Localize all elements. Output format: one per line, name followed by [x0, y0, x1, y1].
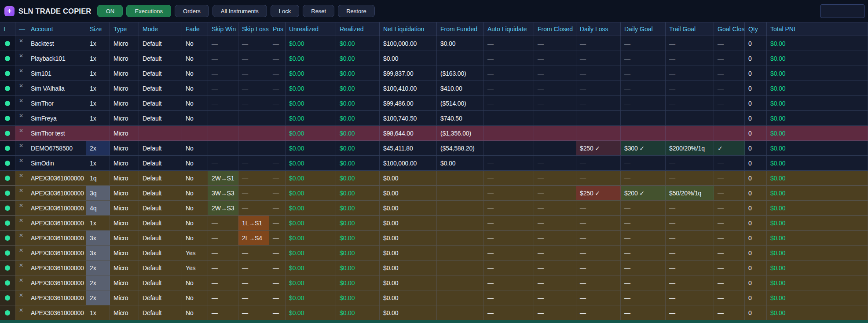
cell-mode[interactable]: Default — [139, 81, 182, 95]
cell-daily-loss[interactable]: $250 ✓ — [576, 186, 621, 200]
cell-skip-loss[interactable]: — — [238, 66, 269, 81]
cell-trail-goal[interactable]: — — [666, 216, 714, 230]
cell-auto-liquidate[interactable]: — — [484, 141, 534, 155]
cell-skip-loss[interactable]: — — [238, 36, 269, 51]
cell-daily-goal[interactable]: — — [621, 216, 666, 230]
cell-daily-goal[interactable]: — — [621, 290, 666, 305]
cell-skip-loss[interactable]: — — [238, 81, 269, 95]
cell-skip-loss[interactable]: 2L→S4 — [238, 231, 269, 245]
cell-skip-loss[interactable]: — — [238, 156, 269, 170]
cell-skip-loss[interactable]: — — [238, 111, 269, 125]
cell-trail-goal[interactable]: — — [666, 111, 714, 125]
cell-mode[interactable]: Default — [139, 36, 182, 51]
cell-fade[interactable]: No — [182, 231, 208, 245]
account-status-cell[interactable] — [0, 261, 15, 275]
close-account-button[interactable]: ✕ — [15, 246, 27, 260]
cell-auto-liquidate[interactable]: — — [484, 126, 534, 140]
cell-mode[interactable]: Default — [139, 141, 182, 155]
cell-mode[interactable]: Default — [139, 290, 182, 305]
cell-trail-goal[interactable]: — — [666, 261, 714, 275]
cell-skip-win[interactable]: — — [208, 275, 238, 290]
cell-daily-loss[interactable]: — — [576, 81, 621, 95]
cell-trail-goal[interactable]: — — [666, 305, 714, 320]
cell-goal-close[interactable]: — — [714, 231, 745, 245]
cell-mode[interactable] — [139, 126, 182, 140]
cell-daily-goal[interactable]: — — [621, 51, 666, 66]
cell-trail-goal[interactable]: — — [666, 96, 714, 110]
cell-size[interactable]: 1x — [86, 81, 110, 95]
cell-skip-loss[interactable]: — — [238, 186, 269, 200]
cell-daily-loss[interactable] — [576, 126, 621, 140]
cell-trail-goal[interactable]: $200/20%/1q — [666, 141, 714, 155]
col-header-mode[interactable]: Mode — [139, 22, 182, 36]
cell-daily-goal[interactable]: — — [621, 305, 666, 320]
cell-daily-loss[interactable]: — — [576, 246, 621, 260]
account-status-cell[interactable] — [0, 36, 15, 51]
cell-skip-loss[interactable]: — — [238, 305, 269, 320]
account-status-cell[interactable] — [0, 111, 15, 125]
cell-fade[interactable]: No — [182, 186, 208, 200]
cell-skip-win[interactable]: — — [208, 290, 238, 305]
col-header-unrealized[interactable]: Unrealized — [286, 22, 336, 36]
account-status-cell[interactable] — [0, 290, 15, 305]
cell-size[interactable]: 2x — [86, 275, 110, 290]
cell-daily-loss[interactable]: — — [576, 36, 621, 51]
close-account-button[interactable]: ✕ — [15, 66, 27, 81]
cell-skip-loss[interactable]: — — [238, 275, 269, 290]
cell-mode[interactable]: Default — [139, 186, 182, 200]
cell-from-closed[interactable]: — — [534, 275, 576, 290]
cell-from-closed[interactable]: — — [534, 246, 576, 260]
cell-daily-loss[interactable]: — — [576, 111, 621, 125]
cell-daily-goal[interactable]: — — [621, 81, 666, 95]
cell-type[interactable]: Micro — [110, 111, 139, 125]
col-header-type[interactable]: Type — [110, 22, 139, 36]
cell-fade[interactable]: No — [182, 156, 208, 170]
cell-goal-close[interactable]: — — [714, 51, 745, 66]
cell-auto-liquidate[interactable]: — — [484, 305, 534, 320]
close-account-button[interactable]: ✕ — [15, 51, 27, 66]
cell-goal-close[interactable] — [714, 126, 745, 140]
cell-type[interactable]: Micro — [110, 51, 139, 66]
restore-button[interactable]: Restore — [338, 5, 375, 17]
cell-from-closed[interactable]: — — [534, 66, 576, 81]
cell-mode[interactable]: Default — [139, 261, 182, 275]
cell-daily-loss[interactable]: — — [576, 216, 621, 230]
cell-fade[interactable]: No — [182, 66, 208, 81]
cell-skip-win[interactable]: — — [208, 246, 238, 260]
cell-auto-liquidate[interactable]: — — [484, 171, 534, 185]
account-status-cell[interactable] — [0, 231, 15, 245]
close-account-button[interactable]: ✕ — [15, 275, 27, 290]
cell-mode[interactable]: Default — [139, 216, 182, 230]
cell-goal-close[interactable]: — — [714, 216, 745, 230]
cell-size[interactable]: 1x — [86, 36, 110, 51]
cell-daily-goal[interactable]: — — [621, 231, 666, 245]
cell-skip-win[interactable]: 3W→S3 — [208, 186, 238, 200]
cell-skip-win[interactable]: — — [208, 111, 238, 125]
cell-from-closed[interactable]: — — [534, 111, 576, 125]
col-header-size[interactable]: Size — [86, 22, 110, 36]
cell-skip-loss[interactable]: — — [238, 96, 269, 110]
cell-from-closed[interactable]: — — [534, 216, 576, 230]
col-header-indicator[interactable]: I — [0, 22, 15, 36]
cell-auto-liquidate[interactable]: — — [484, 246, 534, 260]
cell-size[interactable]: 1x — [86, 51, 110, 66]
on-toggle-button[interactable]: ON — [97, 5, 123, 17]
cell-fade[interactable]: No — [182, 36, 208, 51]
col-header-from-funded[interactable]: From Funded — [437, 22, 484, 36]
close-account-button[interactable]: ✕ — [15, 156, 27, 170]
account-status-cell[interactable] — [0, 126, 15, 140]
cell-trail-goal[interactable]: — — [666, 171, 714, 185]
cell-skip-win[interactable]: 2W→S3 — [208, 201, 238, 215]
cell-from-closed[interactable]: — — [534, 186, 576, 200]
cell-daily-goal[interactable]: — — [621, 201, 666, 215]
account-status-cell[interactable] — [0, 156, 15, 170]
cell-from-closed[interactable]: — — [534, 141, 576, 155]
cell-mode[interactable]: Default — [139, 275, 182, 290]
cell-daily-goal[interactable]: — — [621, 36, 666, 51]
cell-from-closed[interactable]: — — [534, 81, 576, 95]
cell-skip-loss[interactable]: — — [238, 246, 269, 260]
cell-trail-goal[interactable]: — — [666, 51, 714, 66]
cell-type[interactable]: Micro — [110, 186, 139, 200]
cell-fade[interactable]: No — [182, 171, 208, 185]
cell-mode[interactable]: Default — [139, 96, 182, 110]
